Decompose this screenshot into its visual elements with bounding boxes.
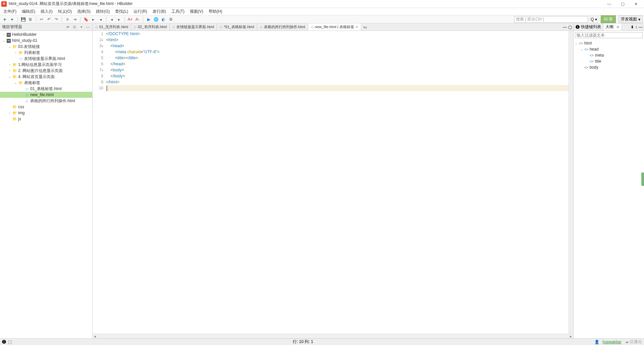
menu-item[interactable]: 视图(V): [188, 8, 205, 15]
code-line[interactable]: </body>: [106, 73, 569, 79]
code-line[interactable]: <title></title>: [106, 55, 569, 61]
tree-row[interactable]: ◇表格的跨行跨列操作.html: [0, 98, 92, 104]
minimize-icon[interactable]: —: [563, 25, 567, 29]
editor-tab[interactable]: ◇02_有序列表.html: [131, 23, 170, 30]
link-icon[interactable]: ⇄: [65, 25, 70, 29]
editor-tab[interactable]: ◇表格的跨行跨列操作.html: [257, 23, 308, 30]
expand-icon[interactable]: ›: [7, 69, 12, 72]
redo-button[interactable]: ↷: [53, 16, 60, 23]
bookmark-next[interactable]: ▸: [90, 16, 97, 23]
scroll-right-icon[interactable]: ▸: [569, 334, 573, 338]
outline-filter-input[interactable]: [575, 32, 643, 38]
nav-forward[interactable]: ▸: [116, 16, 122, 23]
tree-row[interactable]: ⌄📁表格标签: [0, 80, 92, 86]
status-icon-1[interactable]: 🅘: [2, 340, 6, 344]
menu-item[interactable]: 工具(T): [169, 8, 186, 15]
menu-item[interactable]: 跳转(G): [94, 8, 112, 15]
maximize-button[interactable]: ▢: [616, 1, 629, 7]
expand-icon[interactable]: ›: [1, 33, 6, 36]
editor-tab[interactable]: ◇*01_表格标签.html: [217, 23, 257, 30]
tree-row[interactable]: ◇友情链接显示界面.html: [0, 56, 92, 62]
code-line[interactable]: [106, 85, 569, 91]
expand-icon[interactable]: ⌄: [7, 45, 12, 48]
tree-row[interactable]: ›WHelloHBuilder: [0, 31, 92, 38]
tree-row[interactable]: ◇new_file.html: [0, 92, 92, 98]
minimize-button[interactable]: —: [602, 1, 616, 7]
expand-icon[interactable]: ›: [7, 63, 12, 66]
nav-back[interactable]: ◂: [108, 16, 115, 23]
minimize-icon[interactable]: —: [86, 25, 90, 29]
font-size-down[interactable]: A-: [134, 16, 141, 23]
tree-row[interactable]: 📁js: [0, 116, 92, 122]
toggle-1[interactable]: ≡: [64, 16, 71, 23]
tab-overflow[interactable]: »₂: [361, 23, 369, 30]
undo-button[interactable]: ↶: [46, 16, 52, 23]
search-go-button[interactable]: Q ▾: [590, 16, 598, 23]
run-button[interactable]: ▶: [145, 16, 152, 23]
menu-item[interactable]: 发行(B): [151, 8, 168, 15]
expand-icon[interactable]: ⌄: [13, 81, 18, 84]
save-button[interactable]: 💾: [20, 16, 26, 23]
menu-icon[interactable]: ▾: [79, 25, 84, 29]
code-line[interactable]: </head>: [106, 61, 569, 67]
user-link[interactable]: hopeaktiar: [603, 340, 622, 344]
outline-row[interactable]: ⌄<>html: [575, 40, 643, 46]
tree-row[interactable]: ⌄Whtml_study-01: [0, 38, 92, 44]
cut-button[interactable]: ✂: [38, 16, 45, 23]
outline-row[interactable]: <>title: [575, 58, 643, 64]
panel-min-icon[interactable]: —: [639, 25, 643, 29]
code-line[interactable]: <body>: [106, 67, 569, 73]
tree-row[interactable]: ⌄📁4. 网站首页显示页面: [0, 74, 92, 80]
expand-icon[interactable]: ›: [7, 111, 12, 115]
font-size-button[interactable]: A+: [127, 16, 133, 23]
menu-item[interactable]: 选择(S): [75, 8, 93, 15]
close-icon[interactable]: ✕: [356, 25, 358, 29]
close-button[interactable]: ✕: [629, 1, 643, 7]
browser-button[interactable]: 🌐: [153, 16, 159, 23]
maximize-icon[interactable]: ▢: [568, 25, 572, 29]
search-input[interactable]: 搜索 ( 双击Ctrl ): [514, 16, 588, 23]
expand-icon[interactable]: ⌄: [1, 39, 6, 42]
menu-item[interactable]: 查找(L): [113, 8, 130, 15]
outline-row[interactable]: ⌄<>head: [575, 46, 643, 52]
tree-row[interactable]: ›📁img: [0, 110, 92, 116]
tab-shortcuts[interactable]: 🅘快捷键列表: [574, 23, 603, 30]
project-tree[interactable]: ›WHelloHBuilder⌄Whtml_study-01⌄📁03.友情链接›…: [0, 31, 92, 338]
preview-button[interactable]: ◐: [160, 16, 167, 23]
toggle-2[interactable]: ⇥: [71, 16, 78, 23]
outline-tree[interactable]: ⌄<>html⌄<>head<>meta<>title<>body: [574, 40, 644, 71]
qa-button[interactable]: 问 答: [601, 15, 616, 23]
bookmark-button[interactable]: 🔖: [83, 16, 89, 23]
menu-item[interactable]: 编辑(E): [20, 8, 37, 15]
expand-icon[interactable]: ⌄: [580, 48, 584, 51]
code-area[interactable]: <!DOCTYPE html><html> <head> <meta chars…: [106, 31, 569, 334]
horizontal-scrollbar[interactable]: ◂ ▸: [93, 334, 573, 338]
expand-icon[interactable]: ›: [13, 51, 18, 54]
menu-item[interactable]: 转义(O): [56, 8, 74, 15]
bookmark-prev[interactable]: ◂: [97, 16, 104, 23]
tree-row[interactable]: ›📁2. 网站图片信息显示页面: [0, 68, 92, 74]
code-editor[interactable]: 12▾3▾4567▾8910 <!DOCTYPE html><html> <he…: [93, 31, 573, 334]
menu-item[interactable]: 文件(F): [1, 8, 18, 15]
tree-row[interactable]: ›📁列表标签: [0, 50, 92, 56]
tree-row[interactable]: ⌄📁03.友情链接: [0, 44, 92, 50]
status-icon-2[interactable]: ⬚: [8, 340, 12, 344]
menu-item[interactable]: 运行(R): [131, 8, 149, 15]
code-line[interactable]: <meta charset="UTF-8">: [106, 49, 569, 55]
sort-icon[interactable]: ⬍: [631, 25, 634, 29]
editor-tab[interactable]: ◇01_无序列表.html: [93, 23, 131, 30]
outline-row[interactable]: <>meta: [575, 52, 643, 58]
expand-icon[interactable]: ⌄: [575, 42, 579, 45]
filter-icon[interactable]: ↕: [635, 25, 637, 29]
new-button[interactable]: +: [1, 16, 8, 23]
menu-item[interactable]: 帮助(H): [207, 8, 224, 15]
tab-outline[interactable]: 大纲✕: [603, 23, 622, 30]
tree-row[interactable]: ›📁1.网站信息显示页面学习: [0, 62, 92, 68]
collapse-icon[interactable]: ⊟: [72, 25, 77, 29]
vertical-scrollbar[interactable]: [569, 31, 573, 334]
tree-row[interactable]: 📁css: [0, 104, 92, 110]
code-line[interactable]: </html>: [106, 79, 569, 85]
menu-item[interactable]: 插入(I): [39, 8, 54, 15]
editor-tab[interactable]: ◇友情链接显示界面.html: [170, 23, 217, 30]
new-dropdown[interactable]: ▾: [9, 16, 15, 23]
